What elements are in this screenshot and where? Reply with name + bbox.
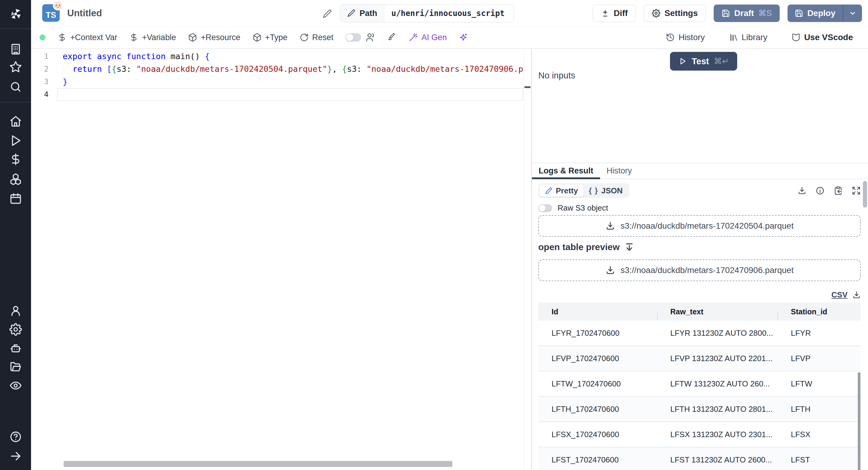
home-icon [9,115,22,127]
pen-icon [545,187,553,195]
table-cell: LFVP [778,354,861,363]
braces-icon: { } [589,186,598,195]
draft-button-label: Draft [734,8,754,18]
toggle-knob [346,34,353,41]
save-icon [795,9,803,18]
sidebar-item-variables[interactable] [0,151,31,167]
format-button[interactable] [388,33,397,42]
history-label: History [678,33,705,42]
sidebar-item-home[interactable] [0,113,31,129]
settings-button[interactable]: Settings [644,4,706,22]
sidebar-item-audit[interactable] [0,378,31,393]
table-row[interactable]: LFTW_1702470600LFTW 131230Z AUTO 260...L… [538,371,861,397]
editor-horizontal-scrollbar[interactable] [64,461,453,467]
view-mode-switch: Pretty { } JSON [538,183,629,198]
sidebar-item-favorites[interactable] [0,59,31,75]
deploy-button[interactable]: Deploy [787,4,843,22]
table-cell: LFSX [778,430,861,439]
line-number: 2 [31,63,49,76]
no-inputs-text: No inputs [538,70,575,81]
panel-scrollbar[interactable] [863,181,867,208]
csv-export-row: CSV [832,290,861,299]
dollar-icon [58,33,67,42]
pencil-icon [347,9,355,18]
table-row[interactable]: LFYR_1702470600LFYR 131230Z AUTO 2800...… [538,321,861,346]
history-icon [666,33,675,42]
windmill-logo[interactable] [0,4,31,24]
settings-button-label: Settings [664,8,698,18]
diff-button[interactable]: Diff [593,4,636,22]
table-row[interactable]: LFVP_1702470600LFVP 131230Z AUTO 2201...… [538,346,861,371]
reset-button[interactable]: Reset [300,33,334,42]
edit-title-button[interactable] [320,7,334,21]
tab-history[interactable]: History [600,163,639,179]
add-context-var-button[interactable]: +Context Var [58,33,117,42]
download-icon[interactable] [852,291,861,299]
sidebar-item-workspace[interactable] [0,41,31,57]
raw-s3-toggle[interactable] [538,204,552,212]
sidebar-item-settings[interactable] [0,322,31,337]
ai-assistant-button[interactable] [459,33,468,42]
raw-s3-label: Raw S3 object [558,203,608,213]
table-row[interactable]: LFSX_1702470600LFSX 131230Z AUTO 2301...… [538,422,861,447]
add-type-button[interactable]: +Type [253,33,287,42]
table-cell: LFVP 131230Z AUTO 2201... [657,354,778,363]
add-resource-button[interactable]: +Resource [188,33,240,42]
deploy-more-button[interactable] [843,4,862,22]
clipboard-copy-icon[interactable] [834,186,843,195]
table-cell: LFVP_1702470600 [538,354,657,363]
s3-file-download-2[interactable]: s3://noaa/duckdb/metars-1702470906.parqu… [538,259,861,281]
toggle-knob [539,205,546,211]
library-button[interactable]: Library [729,33,768,42]
history-button[interactable]: History [666,33,705,42]
sidebar-item-runs[interactable] [0,133,31,148]
sidebar-item-schedules[interactable] [0,190,31,206]
arrow-right-icon [9,450,22,463]
sidebar-expand[interactable] [0,448,31,464]
table-row[interactable]: LFST_1702470600LFST 131230Z AUTO 2600...… [538,447,861,470]
test-button[interactable]: Test ⌘↵ [670,52,737,70]
sidebar-item-folders[interactable] [0,359,31,375]
typescript-badge: TS [42,4,60,22]
table-row[interactable]: LFTH_1702470600LFTH 131230Z AUTO 2801...… [538,397,861,422]
sidebar-item-users[interactable] [0,303,31,319]
sidebar-item-workers[interactable] [0,340,31,356]
robot-icon [9,342,22,354]
pretty-option[interactable]: Pretty [539,185,584,197]
ai-gen-button[interactable]: AI Gen [409,33,447,42]
deploy-button-group: Deploy [787,4,862,22]
collab-toggle[interactable] [345,33,361,41]
download-icon[interactable] [798,186,807,195]
test-button-label: Test [692,56,709,66]
sidebar-item-resources[interactable] [0,171,31,187]
open-table-preview-link[interactable]: open table preview [538,242,634,252]
tab-logs-result[interactable]: Logs & Result [532,163,600,179]
path-label-section: Path [340,4,384,22]
json-option[interactable]: { } JSON [584,185,628,197]
test-shortcut: ⌘↵ [714,56,729,66]
csv-link[interactable]: CSV [832,290,847,299]
star-icon [9,61,22,73]
result-tabs: Logs & Result History [532,163,868,179]
add-variable-button[interactable]: +Variable [129,33,176,42]
code-editor[interactable]: 1234 export async function main() { retu… [31,49,531,470]
s3-file-download-1[interactable]: s3://noaa/duckdb/metars-1702420504.parqu… [538,215,861,237]
info-icon[interactable] [815,186,825,195]
raw-s3-row: Raw S3 object [538,203,608,213]
table-scrollbar[interactable] [858,372,861,470]
deploy-button-label: Deploy [807,8,835,18]
sidebar-item-help[interactable] [0,429,31,445]
baby-face-icon [53,0,63,11]
editor-gutter: 1234 [31,50,49,101]
sidebar-item-search[interactable] [0,79,31,95]
use-vscode-button[interactable]: Use VScode [792,33,853,42]
path-field[interactable]: Path u/henri/innocuous_script [340,4,514,22]
expand-icon[interactable] [852,186,861,195]
users-icon [366,33,375,42]
path-label: Path [360,9,377,18]
gear-icon [9,323,22,336]
path-input[interactable]: u/henri/innocuous_script [384,4,514,22]
draft-button[interactable]: Draft ⌘S [714,4,779,22]
search-icon [9,81,22,93]
table-cell: LFST 131230Z AUTO 2600... [657,455,778,465]
